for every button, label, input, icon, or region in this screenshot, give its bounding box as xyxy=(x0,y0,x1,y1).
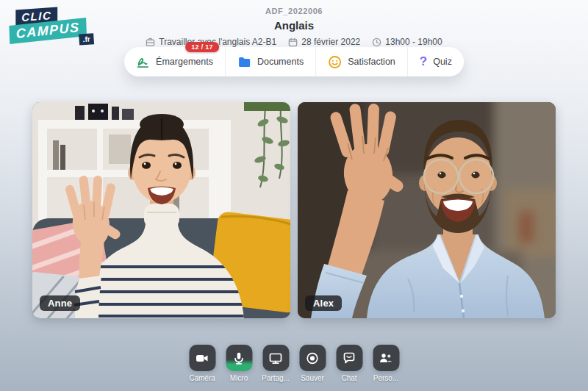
participant-name-tag: Alex xyxy=(305,295,342,311)
tab-emargements[interactable]: 12 / 17 Émargements xyxy=(124,47,225,76)
tab-bar: 12 / 17 Émargements Documents Satisfacti… xyxy=(124,47,464,76)
date-meta: 28 février 2022 xyxy=(288,37,360,47)
clic-campus-logo: CLIC CAMPUS .fr xyxy=(8,4,98,43)
camera-button[interactable]: Caméra xyxy=(187,345,218,382)
smiley-icon xyxy=(328,55,342,69)
screen-share-button[interactable]: Partag... xyxy=(260,345,292,382)
camera-icon xyxy=(189,345,215,371)
emargements-count-badge: 12 / 17 xyxy=(185,42,219,52)
tab-label: Documents xyxy=(257,57,304,67)
alex-video-illustration xyxy=(298,102,556,318)
session-date: 28 février 2022 xyxy=(301,37,360,47)
time-meta: 13h00 - 19h00 xyxy=(372,37,442,47)
tab-label: Émargements xyxy=(156,57,213,67)
people-icon xyxy=(373,345,399,371)
screen-share-icon xyxy=(262,345,289,371)
tab-label: Quiz xyxy=(433,57,452,67)
tab-satisfaction[interactable]: Satisfaction xyxy=(315,47,407,76)
participant-name-tag: Anne xyxy=(40,295,80,311)
clock-icon xyxy=(372,37,381,47)
microphone-icon xyxy=(226,345,252,371)
chat-button[interactable]: Chat xyxy=(334,345,365,382)
chat-icon xyxy=(336,345,362,371)
call-toolbar: Caméra Micro Partag... Sauver Chat Perso… xyxy=(187,345,402,382)
tab-quiz[interactable]: ? Quiz xyxy=(407,47,464,76)
anne-video-illustration xyxy=(32,102,290,318)
participants-button[interactable]: Perso... xyxy=(370,345,402,382)
record-button[interactable]: Sauver xyxy=(297,345,329,382)
record-icon xyxy=(299,345,326,371)
logo-fr-text: .fr xyxy=(79,33,94,45)
briefcase-icon xyxy=(146,37,155,47)
video-tile-anne[interactable]: Anne xyxy=(32,102,290,318)
video-tile-alex[interactable]: Alex xyxy=(298,102,556,318)
signature-icon xyxy=(136,55,150,69)
microphone-button[interactable]: Micro xyxy=(223,345,255,382)
tab-documents[interactable]: Documents xyxy=(225,47,315,76)
calendar-icon xyxy=(288,37,298,47)
session-time: 13h00 - 19h00 xyxy=(385,37,442,47)
question-icon: ? xyxy=(420,54,427,69)
tab-label: Satisfaction xyxy=(348,57,395,67)
folder-icon xyxy=(237,55,251,69)
